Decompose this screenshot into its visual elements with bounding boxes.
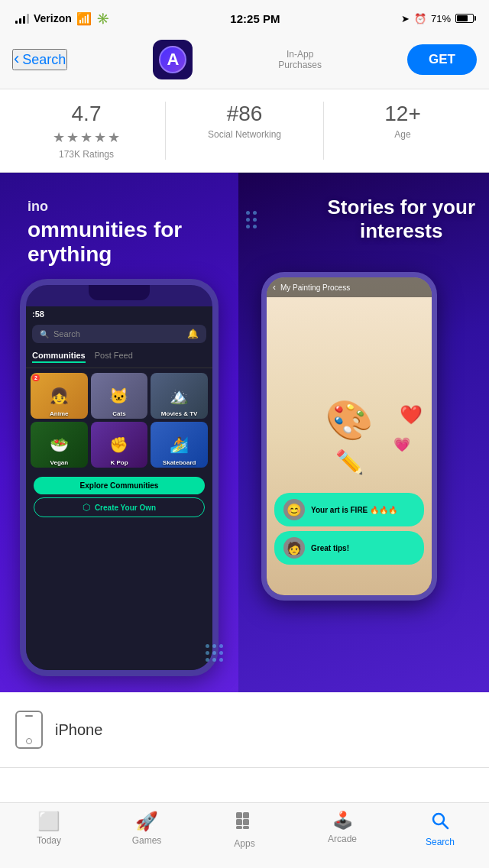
- iphone-section: iPhone: [0, 692, 489, 768]
- video-title: My Painting Process: [280, 283, 350, 292]
- carrier-name: Verizon: [34, 12, 72, 24]
- comment-bubble-2: 🧑 Great tips!: [274, 531, 424, 565]
- iphone-device-icon: [15, 711, 43, 749]
- list-item: 🏔️ Movies & TV: [151, 373, 208, 419]
- community-label-movies: Movies & TV: [151, 410, 208, 417]
- app-icon-inner: A: [159, 46, 186, 73]
- status-bar: Verizon 📶 ✳️ 12:25 PM ➤ ⏰ 71%: [0, 0, 489, 34]
- signal-icon: [15, 13, 29, 24]
- alarm-icon: ⏰: [414, 13, 426, 24]
- search-placeholder: Search: [53, 329, 80, 338]
- screenshot-left: ino ommunities forerything :58 🔍 Search …: [0, 173, 238, 692]
- app-icon: A: [153, 40, 193, 79]
- in-app-purchases-label: In-AppPurchases: [278, 49, 322, 71]
- tab-bar: ⬜ Today 🚀 Games Apps 🕹️ Arcade: [0, 802, 489, 868]
- location-icon: ➤: [401, 13, 410, 24]
- status-time: 12:25 PM: [230, 12, 280, 25]
- art-content: 🎨 ✏️: [325, 398, 373, 475]
- screenshots-section: ino ommunities forerything :58 🔍 Search …: [0, 173, 489, 692]
- search-icon: [430, 811, 450, 834]
- battery-percent: 71%: [431, 13, 451, 24]
- list-item: ✊ K Pop: [91, 422, 148, 468]
- create-own-button[interactable]: ⬡ Create Your Own: [34, 497, 205, 517]
- app-name-label: ino: [14, 199, 225, 215]
- tab-arcade[interactable]: 🕹️ Arcade: [293, 809, 391, 868]
- tab-today[interactable]: ⬜ Today: [0, 809, 98, 868]
- communities-tabs: Communities Post Feed: [26, 346, 212, 368]
- tab-apps[interactable]: Apps: [196, 809, 293, 868]
- star-2: ★: [66, 129, 79, 146]
- list-item: 👧 2 Anime: [31, 373, 88, 419]
- tab-arcade-label: Arcade: [328, 834, 357, 844]
- explore-communities-button[interactable]: Explore Communities: [34, 477, 205, 494]
- tab-games-label: Games: [132, 835, 162, 846]
- video-back-icon: ‹: [273, 282, 276, 293]
- rating-category: Social Networking: [208, 129, 281, 140]
- comment-avatar-2: 🧑: [283, 537, 305, 559]
- wifi-icon: 📶: [76, 11, 92, 26]
- create-own-label: Create Your Own: [95, 504, 156, 512]
- svg-rect-5: [243, 826, 249, 829]
- back-button[interactable]: ‹ Search: [12, 49, 67, 70]
- star-1: ★: [53, 129, 65, 146]
- heart-icon-1: ❤️: [400, 404, 423, 426]
- status-right: ➤ ⏰ 71%: [401, 13, 474, 24]
- tab-search-label: Search: [426, 837, 455, 847]
- battery-icon: [455, 14, 474, 23]
- age-label: Age: [394, 129, 410, 140]
- svg-rect-0: [236, 812, 242, 818]
- svg-line-7: [443, 824, 449, 829]
- phone-search-bar: 🔍 Search 🔔: [32, 325, 206, 343]
- community-label-vegan: Vegan: [31, 459, 88, 466]
- right-screenshot-title: Stories for yourinterests: [327, 196, 475, 243]
- stars-row: ★ ★ ★ ★ ★: [53, 129, 120, 146]
- screenshot-right: Stories for yourinterests ‹ My Painting …: [238, 173, 489, 692]
- rating-section: 4.7 ★ ★ ★ ★ ★ 173K Ratings #86 Social Ne…: [0, 89, 489, 173]
- dots-decoration: [206, 644, 223, 662]
- phone-mockup-right: ‹ My Painting Process 🎨 ✏️ ❤️ 💗 😊 Your a…: [261, 272, 437, 601]
- rating-score-item: 4.7 ★ ★ ★ ★ ★ 173K Ratings: [8, 102, 166, 160]
- video-overlay-top: ‹ My Painting Process: [267, 277, 432, 297]
- tab-apps-label: Apps: [234, 838, 254, 849]
- app-icon-letter: A: [167, 50, 179, 70]
- tab-communities: Communities: [32, 351, 86, 363]
- rating-score: 4.7: [72, 102, 102, 126]
- comment-bubble-1: 😊 Your art is FIRE 🔥🔥🔥: [274, 493, 424, 526]
- tab-post-feed: Post Feed: [95, 351, 133, 363]
- community-label-cats: Cats: [91, 410, 148, 417]
- chevron-left-icon: ‹: [14, 49, 19, 69]
- svg-rect-1: [243, 812, 249, 818]
- community-label-skate: Skateboard: [151, 459, 208, 466]
- list-item: 🐱 Cats: [91, 373, 148, 419]
- iphone-label: iPhone: [55, 721, 102, 739]
- back-label: Search: [22, 52, 66, 68]
- get-button[interactable]: GET: [407, 44, 477, 75]
- phone-time: :58: [26, 306, 212, 322]
- app-header: ‹ Search A In-AppPurchases GET: [0, 34, 489, 89]
- dots-decoration-2: [246, 211, 257, 228]
- comment-avatar-1: 😊: [283, 499, 305, 520]
- games-icon: 🚀: [135, 811, 158, 832]
- svg-rect-2: [236, 819, 242, 825]
- rating-rank-item: #86 Social Networking: [166, 102, 324, 160]
- star-3: ★: [80, 129, 92, 146]
- arcade-icon: 🕹️: [332, 811, 353, 831]
- tab-games[interactable]: 🚀 Games: [98, 809, 196, 868]
- community-grid: 👧 2 Anime 🐱 Cats 🏔️ Movies & TV 🥗: [26, 368, 212, 472]
- heart-icon-2: 💗: [393, 436, 410, 453]
- activity-icon: ✳️: [96, 12, 109, 24]
- search-mini-icon: 🔍: [40, 330, 49, 338]
- comment-text-2: Great tips!: [311, 544, 349, 552]
- status-left: Verizon 📶 ✳️: [15, 11, 109, 26]
- list-item: 🏄 Skateboard: [151, 422, 208, 468]
- age-rating: 12+: [384, 102, 421, 126]
- community-label-kpop: K Pop: [91, 459, 148, 466]
- star-5: ★: [108, 129, 120, 146]
- phone-content: :58 🔍 Search 🔔 Communities Post Feed 👧 2…: [26, 306, 212, 676]
- svg-rect-3: [243, 819, 249, 825]
- rating-rank: #86: [227, 102, 263, 126]
- tab-search[interactable]: Search: [391, 809, 489, 868]
- tab-today-label: Today: [37, 835, 61, 846]
- phone-notch: [89, 285, 150, 300]
- ratings-count: 173K Ratings: [59, 149, 114, 160]
